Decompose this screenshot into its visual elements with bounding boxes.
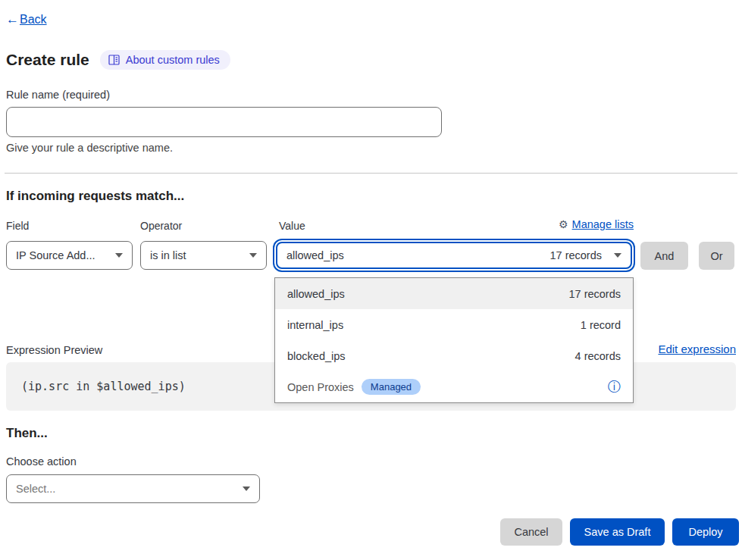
list-records: 4 records xyxy=(575,350,621,362)
list-name: Open Proxies xyxy=(287,381,354,393)
page-title: Create rule xyxy=(6,51,89,69)
book-icon xyxy=(108,55,120,65)
section-divider xyxy=(5,173,737,174)
value-select[interactable]: allowed_ips 17 records xyxy=(276,242,632,269)
dropdown-item-allowed-ips[interactable]: allowed_ips 17 records xyxy=(275,278,633,309)
manage-lists-link[interactable]: ⚙ Manage lists xyxy=(549,218,634,230)
match-section-heading: If incoming requests match... xyxy=(6,189,184,204)
cancel-button[interactable]: Cancel xyxy=(500,518,562,546)
expression-preview-label: Expression Preview xyxy=(6,344,102,356)
operator-select[interactable]: is in list xyxy=(140,241,267,270)
list-name: allowed_ips xyxy=(287,288,345,300)
operator-select-value: is in list xyxy=(150,249,186,261)
edit-expression-link[interactable]: Edit expression xyxy=(637,343,736,355)
rule-name-helper: Give your rule a descriptive name. xyxy=(6,142,173,154)
choose-action-label: Choose action xyxy=(6,455,77,468)
chevron-down-icon xyxy=(249,253,257,258)
and-button[interactable]: And xyxy=(640,242,688,270)
list-name: blocked_ips xyxy=(287,350,346,362)
chevron-down-icon xyxy=(243,486,250,491)
list-name: internal_ips xyxy=(287,319,343,331)
field-label: Field xyxy=(6,220,29,232)
manage-lists-label: Manage lists xyxy=(572,218,634,230)
dropdown-item-open-proxies[interactable]: Open Proxies Managed ⓘ xyxy=(275,371,633,402)
action-select-placeholder: Select... xyxy=(16,483,55,495)
then-section-heading: Then... xyxy=(6,426,48,441)
chevron-down-icon xyxy=(614,253,621,258)
gear-icon: ⚙ xyxy=(559,219,568,230)
about-custom-rules-link[interactable]: About custom rules xyxy=(100,50,230,70)
operator-label: Operator xyxy=(140,220,182,232)
list-records: 17 records xyxy=(568,288,621,300)
value-label: Value xyxy=(279,220,305,232)
value-dropdown-panel: allowed_ips 17 records internal_ips 1 re… xyxy=(274,277,634,403)
dropdown-item-internal-ips[interactable]: internal_ips 1 record xyxy=(275,309,633,340)
back-arrow-icon: ← xyxy=(6,12,19,27)
about-badge-label: About custom rules xyxy=(126,54,220,66)
back-link-label: Back xyxy=(20,13,47,27)
dropdown-item-blocked-ips[interactable]: blocked_ips 4 records xyxy=(275,340,633,371)
field-select-value: IP Source Add... xyxy=(16,249,95,261)
value-select-value: allowed_ips xyxy=(286,249,344,261)
chevron-down-icon xyxy=(115,253,123,258)
list-records: 1 record xyxy=(581,319,621,331)
title-row: Create rule About custom rules xyxy=(6,50,230,70)
or-button[interactable]: Or xyxy=(699,242,734,270)
create-rule-page: ← Back Create rule About custom rules Ru… xyxy=(0,0,742,560)
save-as-draft-button[interactable]: Save as Draft xyxy=(570,518,665,546)
rule-name-label: Rule name (required) xyxy=(6,89,110,101)
value-select-records: 17 records xyxy=(549,249,602,261)
deploy-button[interactable]: Deploy xyxy=(672,518,739,546)
field-select[interactable]: IP Source Add... xyxy=(6,241,133,270)
rule-name-input[interactable] xyxy=(6,107,442,137)
managed-badge: Managed xyxy=(362,379,421,395)
action-select[interactable]: Select... xyxy=(6,474,260,503)
info-icon[interactable]: ⓘ xyxy=(608,380,621,393)
expression-code: (ip.src in $allowed_ips) xyxy=(21,380,186,393)
back-link[interactable]: ← Back xyxy=(6,12,47,27)
